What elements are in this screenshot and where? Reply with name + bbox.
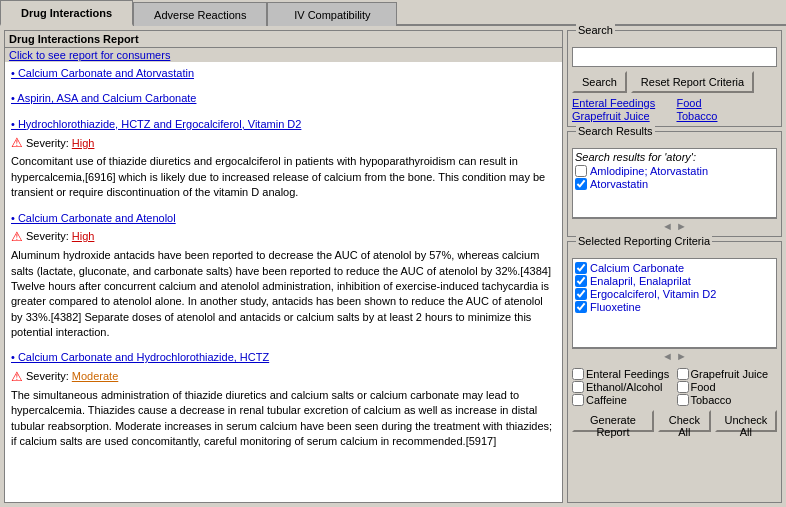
- ethanol-label: Ethanol/Alcohol: [586, 381, 662, 393]
- fluoxetine-label: Fluoxetine: [590, 301, 641, 313]
- reporting-criteria-content: Calcium Carbonate Enalapril, Enalaprilat…: [572, 258, 777, 432]
- left-panel-header: Drug Interactions Report: [5, 31, 562, 48]
- calcium-carbonate-checkbox[interactable]: [575, 262, 587, 274]
- search-results-group-box: Search Results Search results for 'atory…: [567, 131, 782, 237]
- check-all-button[interactable]: Check All: [658, 410, 711, 432]
- severity-line: ⚠ Severity: High: [11, 134, 556, 152]
- drug-link-calcium-atorvastatin[interactable]: • Calcium Carbonate and Atorvastatin: [11, 67, 194, 79]
- tab-bar: Drug Interactions Adverse Reactions IV C…: [0, 0, 786, 26]
- search-results-scrollbar[interactable]: ◄ ►: [572, 218, 777, 232]
- enalapril-label: Enalapril, Enalaprilat: [590, 275, 691, 287]
- reporting-criteria-list: Calcium Carbonate Enalapril, Enalaprilat…: [572, 258, 777, 348]
- right-panel: Search Search Reset Report Criteria Ente…: [567, 30, 782, 503]
- quick-link-grapefruit[interactable]: Grapefruit Juice: [572, 110, 673, 122]
- search-group-box: Search Search Reset Report Criteria Ente…: [567, 30, 782, 127]
- food-label: Food: [691, 381, 716, 393]
- quick-links: Enteral Feedings Food Grapefruit Juice T…: [572, 97, 777, 122]
- search-results-inner: Search results for 'atory': Amlodipine; …: [572, 148, 777, 218]
- drug-link-calcium-hctz[interactable]: • Calcium Carbonate and Hydrochlorothiaz…: [11, 351, 269, 363]
- drug-description: Aluminum hydroxide antacids have been re…: [11, 248, 556, 340]
- enteral-feedings-label: Enteral Feedings: [586, 368, 669, 380]
- list-item: Amlodipine; Atorvastatin: [575, 165, 774, 177]
- reporting-criteria-title: Selected Reporting Criteria: [576, 235, 712, 247]
- ergocalciferol-label: Ergocalciferol, Vitamin D2: [590, 288, 716, 300]
- drug-description: Concomitant use of thiazide diuretics an…: [11, 154, 556, 200]
- grapefruit-juice-checkbox[interactable]: [677, 368, 689, 380]
- reporting-criteria-scrollbar[interactable]: ◄ ►: [572, 348, 777, 362]
- atorvastatin-label[interactable]: Atorvastatin: [590, 178, 648, 190]
- list-item: Fluoxetine: [575, 301, 774, 313]
- drug-link-hydro-ergocal[interactable]: • Hydrochlorothiazide, HCTZ and Ergocalc…: [11, 118, 301, 130]
- list-item: Calcium Carbonate: [575, 262, 774, 274]
- list-item: Tobacco: [677, 394, 778, 406]
- generate-report-button[interactable]: Generate Report: [572, 410, 654, 432]
- warning-icon: ⚠: [11, 228, 23, 246]
- drug-link-calcium-atenolol[interactable]: • Calcium Carbonate and Atenolol: [11, 212, 176, 224]
- search-buttons: Search Reset Report Criteria: [572, 71, 777, 93]
- tobacco-label: Tobacco: [691, 394, 732, 406]
- list-item: • Calcium Carbonate and Atorvastatin: [11, 66, 556, 81]
- warning-icon: ⚠: [11, 134, 23, 152]
- food-checkbox[interactable]: [677, 381, 689, 393]
- search-input-row: [572, 47, 777, 67]
- caffeine-checkbox[interactable]: [572, 394, 584, 406]
- severity-high[interactable]: High: [72, 229, 95, 244]
- drug-link-aspirin-calcium[interactable]: • Aspirin, ASA and Calcium Carbonate: [11, 92, 196, 104]
- tab-iv-compatibility[interactable]: IV Compatibility: [267, 2, 397, 26]
- search-content: Search Reset Report Criteria Enteral Fee…: [572, 47, 777, 122]
- warning-icon: ⚠: [11, 368, 23, 386]
- search-input[interactable]: [572, 47, 777, 67]
- uncheck-all-button[interactable]: Uncheck All: [715, 410, 777, 432]
- ergocalciferol-checkbox[interactable]: [575, 288, 587, 300]
- list-item: Grapefruit Juice: [677, 368, 778, 380]
- list-item: Caffeine: [572, 394, 673, 406]
- severity-high[interactable]: High: [72, 136, 95, 151]
- severity-line: ⚠ Severity: Moderate: [11, 368, 556, 386]
- calcium-carbonate-label: Calcium Carbonate: [590, 262, 684, 274]
- search-button[interactable]: Search: [572, 71, 627, 93]
- fluoxetine-checkbox[interactable]: [575, 301, 587, 313]
- reporting-criteria-group-box: Selected Reporting Criteria Calcium Carb…: [567, 241, 782, 503]
- atorvastatin-checkbox[interactable]: [575, 178, 587, 190]
- list-item: • Aspirin, ASA and Calcium Carbonate: [11, 91, 556, 106]
- tobacco-checkbox[interactable]: [677, 394, 689, 406]
- consumer-report-link-bar: Click to see report for consumers: [5, 48, 562, 62]
- caffeine-label: Caffeine: [586, 394, 627, 406]
- list-item: Ethanol/Alcohol: [572, 381, 673, 393]
- left-panel: Drug Interactions Report Click to see re…: [4, 30, 563, 503]
- list-item: Food: [677, 381, 778, 393]
- consumer-report-link[interactable]: Click to see report for consumers: [9, 49, 170, 61]
- drug-description: The simultaneous administration of thiaz…: [11, 388, 556, 450]
- amlodipine-label[interactable]: Amlodipine; Atorvastatin: [590, 165, 708, 177]
- ethanol-checkbox[interactable]: [572, 381, 584, 393]
- bottom-checkboxes: Enteral Feedings Grapefruit Juice Ethano…: [572, 368, 777, 406]
- grapefruit-juice-label: Grapefruit Juice: [691, 368, 769, 380]
- action-buttons: Generate Report Check All Uncheck All: [572, 410, 777, 432]
- quick-link-tobacco[interactable]: Tobacco: [677, 110, 778, 122]
- enteral-feedings-checkbox[interactable]: [572, 368, 584, 380]
- main-content: Drug Interactions Report Click to see re…: [0, 26, 786, 507]
- search-results-group-title: Search Results: [576, 125, 655, 137]
- search-results-label: Search results for 'atory':: [575, 151, 774, 163]
- drug-interactions-body: • Calcium Carbonate and Atorvastatin • A…: [5, 62, 562, 502]
- list-item: • Hydrochlorothiazide, HCTZ and Ergocalc…: [11, 117, 556, 201]
- list-item: Ergocalciferol, Vitamin D2: [575, 288, 774, 300]
- list-item: Enteral Feedings: [572, 368, 673, 380]
- search-group-title: Search: [576, 24, 615, 36]
- tab-adverse-reactions[interactable]: Adverse Reactions: [133, 2, 267, 26]
- list-item: • Calcium Carbonate and Atenolol ⚠ Sever…: [11, 211, 556, 341]
- severity-line: ⚠ Severity: High: [11, 228, 556, 246]
- severity-moderate[interactable]: Moderate: [72, 369, 118, 384]
- search-results-content: Search results for 'atory': Amlodipine; …: [572, 148, 777, 232]
- list-item: • Calcium Carbonate and Hydrochlorothiaz…: [11, 350, 556, 449]
- amlodipine-checkbox[interactable]: [575, 165, 587, 177]
- list-item: Enalapril, Enalaprilat: [575, 275, 774, 287]
- reset-report-button[interactable]: Reset Report Criteria: [631, 71, 754, 93]
- quick-link-enteral[interactable]: Enteral Feedings: [572, 97, 673, 109]
- list-item: Atorvastatin: [575, 178, 774, 190]
- tab-drug-interactions[interactable]: Drug Interactions: [0, 0, 133, 26]
- enalapril-checkbox[interactable]: [575, 275, 587, 287]
- quick-link-food[interactable]: Food: [677, 97, 778, 109]
